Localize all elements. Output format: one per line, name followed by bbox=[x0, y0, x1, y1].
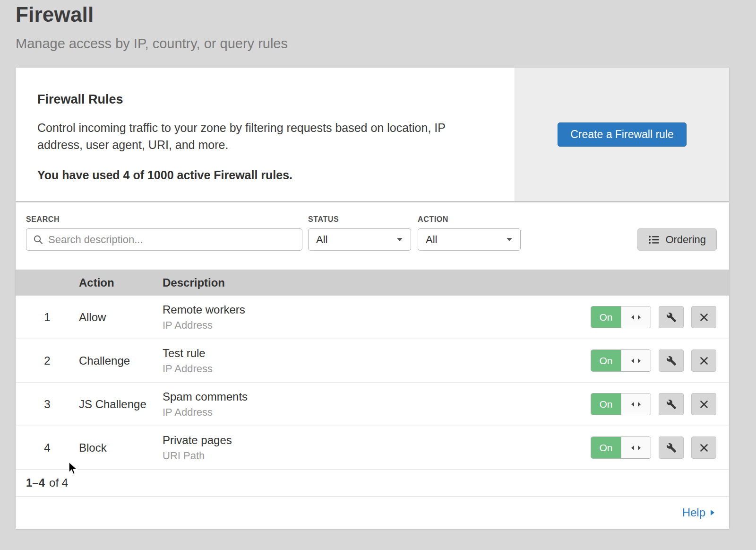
rules-card-description: Control incoming traffic to your zone by… bbox=[37, 119, 486, 153]
rule-match-type: IP Address bbox=[163, 406, 591, 419]
rule-controls: On bbox=[591, 306, 729, 328]
pagination-total: of 4 bbox=[49, 476, 68, 489]
ordering-button-label: Ordering bbox=[665, 234, 706, 246]
wrench-icon bbox=[666, 356, 677, 366]
arrow-right-icon bbox=[710, 509, 715, 516]
edit-rule-button[interactable] bbox=[659, 349, 684, 372]
help-link-label: Help bbox=[682, 506, 705, 519]
table-row: 2 Challenge Test rule IP Address On bbox=[16, 339, 729, 383]
search-icon bbox=[33, 235, 43, 245]
status-select[interactable]: All bbox=[308, 228, 411, 251]
table-row: 3 JS Challenge Spam comments IP Address … bbox=[16, 383, 729, 426]
toggle-arrows-icon bbox=[621, 306, 651, 328]
toggle-arrows-icon bbox=[621, 393, 651, 415]
page-title: Firewall bbox=[16, 3, 288, 26]
chevron-down-icon bbox=[396, 237, 403, 242]
search-label: SEARCH bbox=[26, 215, 302, 224]
delete-rule-button[interactable] bbox=[691, 349, 716, 372]
edit-rule-button[interactable] bbox=[659, 437, 684, 459]
toggle-arrows-icon bbox=[621, 350, 651, 371]
chevron-down-icon bbox=[506, 237, 513, 242]
help-link[interactable]: Help bbox=[682, 506, 715, 519]
toggle-arrows-icon bbox=[621, 437, 651, 458]
wrench-icon bbox=[666, 443, 677, 453]
firewall-rules-table-card: SEARCH STATUS All ACTION All bbox=[16, 202, 729, 529]
rule-enabled-toggle[interactable]: On bbox=[591, 349, 651, 372]
rule-description-cell: Spam comments IP Address bbox=[163, 390, 591, 419]
rule-match-type: URI Path bbox=[163, 450, 591, 462]
close-icon bbox=[700, 313, 708, 322]
wrench-icon bbox=[666, 312, 677, 323]
action-label: ACTION bbox=[418, 215, 521, 224]
close-icon bbox=[700, 444, 708, 452]
delete-rule-button[interactable] bbox=[691, 393, 716, 415]
delete-rule-button[interactable] bbox=[691, 437, 716, 459]
page-header: Firewall Manage access by IP, country, o… bbox=[16, 3, 288, 52]
pagination-range: 1–4 bbox=[26, 476, 45, 489]
rule-description: Spam comments bbox=[163, 390, 591, 403]
rule-action: Block bbox=[79, 441, 163, 454]
wrench-icon bbox=[666, 399, 677, 410]
rule-controls: On bbox=[591, 393, 729, 415]
rule-match-type: IP Address bbox=[163, 363, 591, 375]
help-row: Help bbox=[16, 496, 729, 529]
ordering-button[interactable]: Ordering bbox=[637, 228, 717, 251]
close-icon bbox=[700, 357, 708, 365]
search-filter-group: SEARCH bbox=[26, 215, 302, 251]
status-select-value: All bbox=[316, 234, 327, 246]
rule-enabled-toggle[interactable]: On bbox=[591, 437, 651, 459]
rule-index: 2 bbox=[16, 354, 79, 367]
toggle-on-label: On bbox=[591, 437, 621, 458]
rules-card-title: Firewall Rules bbox=[37, 92, 486, 107]
status-filter-group: STATUS All bbox=[308, 215, 411, 251]
rule-action: Allow bbox=[79, 311, 163, 324]
table-row: 1 Allow Remote workers IP Address On bbox=[16, 296, 729, 339]
rule-description-cell: Test rule IP Address bbox=[163, 347, 591, 375]
table-header-row: Action Description bbox=[16, 270, 729, 296]
search-input[interactable] bbox=[48, 234, 295, 246]
rule-description-cell: Private pages URI Path bbox=[163, 434, 591, 462]
toggle-on-label: On bbox=[591, 306, 621, 328]
page-subtitle: Manage access by IP, country, or query r… bbox=[16, 36, 288, 52]
firewall-rules-info: Firewall Rules Control incoming traffic … bbox=[16, 68, 515, 201]
rule-enabled-toggle[interactable]: On bbox=[591, 306, 651, 328]
rule-enabled-toggle[interactable]: On bbox=[591, 393, 651, 415]
rule-description-cell: Remote workers IP Address bbox=[163, 303, 591, 332]
status-label: STATUS bbox=[308, 215, 411, 224]
close-icon bbox=[700, 400, 708, 409]
description-column-header: Description bbox=[163, 276, 729, 289]
rule-controls: On bbox=[591, 349, 729, 372]
rule-description: Private pages bbox=[163, 434, 591, 447]
rule-index: 1 bbox=[16, 311, 79, 324]
rule-index: 3 bbox=[16, 398, 79, 411]
edit-rule-button[interactable] bbox=[659, 306, 684, 328]
ordering-list-icon bbox=[648, 235, 660, 244]
rule-action: Challenge bbox=[79, 354, 163, 367]
table-row: 4 Block Private pages URI Path On bbox=[16, 426, 729, 470]
rules-usage-text: You have used 4 of 1000 active Firewall … bbox=[37, 168, 486, 182]
search-box bbox=[26, 228, 302, 251]
rule-action: JS Challenge bbox=[79, 398, 163, 411]
action-select-value: All bbox=[426, 234, 437, 246]
rule-match-type: IP Address bbox=[163, 319, 591, 332]
rules-card-side-panel: Create a Firewall rule bbox=[515, 68, 729, 201]
rule-description: Test rule bbox=[163, 347, 591, 360]
action-column-header: Action bbox=[79, 276, 163, 289]
edit-rule-button[interactable] bbox=[659, 393, 684, 415]
rule-description: Remote workers bbox=[163, 303, 591, 316]
pagination: 1–4 of 4 bbox=[16, 470, 729, 496]
action-select[interactable]: All bbox=[418, 228, 521, 251]
delete-rule-button[interactable] bbox=[691, 306, 716, 328]
rule-controls: On bbox=[591, 437, 729, 459]
rule-index: 4 bbox=[16, 441, 79, 454]
create-firewall-rule-button[interactable]: Create a Firewall rule bbox=[558, 122, 687, 147]
action-filter-group: ACTION All bbox=[418, 215, 521, 251]
filter-bar: SEARCH STATUS All ACTION All bbox=[16, 202, 729, 270]
firewall-rules-card: Firewall Rules Control incoming traffic … bbox=[16, 68, 729, 201]
toggle-on-label: On bbox=[591, 393, 621, 415]
toggle-on-label: On bbox=[591, 350, 621, 371]
